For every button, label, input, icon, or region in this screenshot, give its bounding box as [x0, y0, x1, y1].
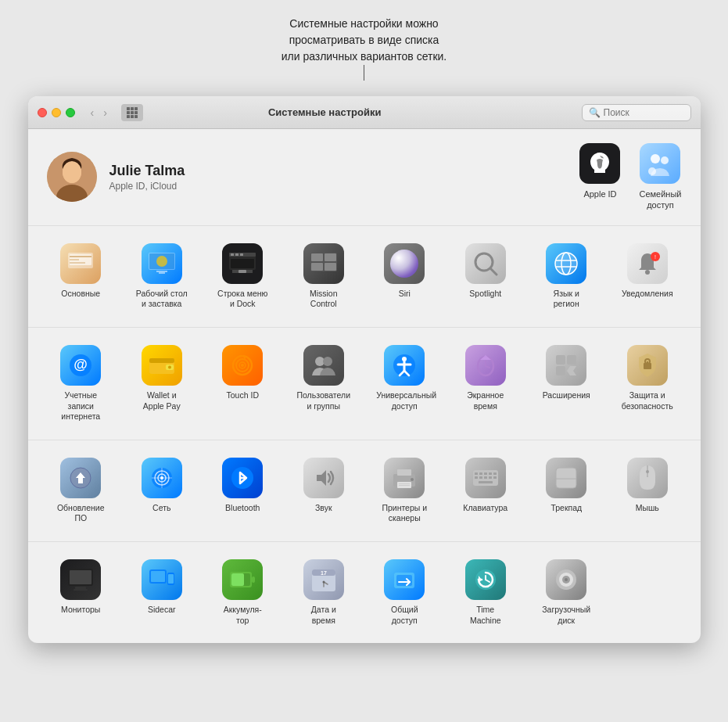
close-button[interactable]	[38, 108, 47, 117]
svg-rect-90	[475, 476, 478, 479]
tooltip-line2: просматривать в виде списка	[289, 34, 439, 46]
displays-icon	[60, 559, 101, 600]
trackpad-label: Трекпад	[550, 503, 582, 514]
battery-icon	[222, 559, 263, 600]
updates-pref[interactable]: ОбновлениеПО	[44, 453, 119, 529]
search-input[interactable]	[604, 107, 682, 118]
svg-text:17: 17	[321, 570, 327, 576]
screentime-label: Экранноевремя	[467, 390, 504, 411]
maximize-button[interactable]	[66, 108, 75, 117]
titlebar: ‹ › Системные настройки 🔍	[28, 96, 701, 129]
svg-rect-26	[311, 253, 323, 261]
language-pref[interactable]: Язык ирегион	[529, 239, 604, 314]
screentime-pref[interactable]: Экранноевремя	[448, 340, 523, 427]
startup-label: Загрузочныйдиск	[542, 605, 590, 626]
svg-point-5	[661, 156, 669, 164]
svg-rect-105	[151, 571, 165, 582]
mission-pref[interactable]: MissionControl	[286, 239, 361, 314]
language-label: Язык ирегион	[554, 289, 579, 310]
displays-label: Мониторы	[61, 605, 100, 616]
displays-pref[interactable]: Мониторы	[44, 555, 119, 630]
general-pref[interactable]: Основные	[44, 239, 119, 314]
sharing-pref[interactable]: Общийдоступ	[368, 555, 443, 630]
icon-grid-1: Основные Рабочий столи заставка	[44, 239, 685, 314]
svg-rect-15	[156, 271, 167, 272]
updates-label: ОбновлениеПО	[57, 503, 105, 524]
sidecar-label: Sidecar	[148, 605, 176, 616]
universal-label: Универсальныйдоступ	[376, 390, 432, 411]
profile-section: Julie Talma Apple ID, iCloud Apple ID	[28, 129, 701, 226]
timemachine-icon	[465, 559, 506, 600]
svg-rect-19	[231, 253, 234, 256]
wallet-label: Wallet иApple Pay	[143, 390, 181, 411]
tooltip: Системные настройки можно просматривать …	[282, 16, 446, 65]
svg-rect-79	[397, 469, 411, 476]
profile-right: Apple ID Семейныйдоступ	[579, 143, 681, 211]
svg-rect-102	[75, 587, 86, 589]
svg-rect-86	[479, 472, 482, 475]
svg-rect-24	[238, 270, 246, 273]
wallet-icon	[142, 345, 182, 386]
keyboard-pref[interactable]: Клавиатура	[448, 453, 523, 529]
datetime-icon: 17	[303, 559, 344, 600]
menubar-label: Строка менюи Dock	[217, 289, 267, 310]
svg-rect-119	[396, 575, 412, 586]
timemachine-label: TimeMachine	[470, 605, 501, 626]
svg-rect-85	[475, 472, 478, 475]
users-pref[interactable]: Пользователии группы	[286, 340, 361, 427]
spotlight-icon	[465, 243, 506, 284]
battery-label: Аккумуля-тор	[224, 605, 262, 626]
svg-point-99	[646, 470, 649, 473]
battery-pref[interactable]: Аккумуля-тор	[206, 555, 281, 630]
bluetooth-label: Bluetooth	[225, 503, 260, 514]
bluetooth-pref[interactable]: Bluetooth	[206, 453, 281, 529]
timemachine-pref[interactable]: TimeMachine	[448, 555, 523, 630]
svg-rect-93	[489, 476, 492, 479]
family-sharing-label: Семейныйдоступ	[639, 189, 681, 211]
search-box[interactable]: 🔍	[582, 104, 691, 121]
sound-icon	[303, 458, 344, 498]
notifications-label: Уведомления	[622, 289, 673, 300]
traffic-lights	[38, 108, 75, 117]
startup-icon	[546, 559, 586, 600]
extensions-pref[interactable]: Расширения	[529, 340, 604, 427]
trackpad-pref[interactable]: Трекпад	[529, 453, 604, 529]
sidecar-pref[interactable]: Sidecar	[124, 555, 199, 630]
datetime-label: Дата ивремя	[311, 605, 336, 626]
universal-pref[interactable]: Универсальныйдоступ	[368, 340, 443, 427]
svg-rect-42	[149, 358, 174, 363]
minimize-button[interactable]	[52, 108, 61, 117]
internet-accounts-pref[interactable]: @ Учетные записиинтернета	[44, 340, 119, 427]
apple-id-icon	[579, 143, 620, 184]
apple-id-button[interactable]: Apple ID	[579, 143, 620, 211]
svg-marker-77	[317, 470, 326, 486]
desktop-pref[interactable]: Рабочий столи заставка	[124, 239, 199, 314]
network-pref[interactable]: Сеть	[124, 453, 199, 529]
grid-section-4: Мониторы Sidecar	[28, 542, 701, 643]
screentime-icon	[465, 345, 506, 386]
wallet-pref[interactable]: Wallet иApple Pay	[124, 340, 199, 427]
menubar-pref[interactable]: Строка менюи Dock	[206, 239, 281, 314]
profile-sub: Apple ID, iCloud	[109, 181, 185, 192]
svg-rect-92	[484, 476, 487, 479]
datetime-pref[interactable]: 17 Дата ивремя	[286, 555, 361, 630]
touchid-pref[interactable]: Touch ID	[206, 340, 281, 427]
startup-pref[interactable]: Загрузочныйдиск	[529, 555, 604, 630]
keyboard-icon	[465, 458, 506, 498]
family-sharing-button[interactable]: Семейныйдоступ	[639, 143, 681, 211]
trackpad-icon	[546, 458, 586, 498]
mouse-pref[interactable]: Мышь	[610, 453, 685, 529]
spotlight-pref[interactable]: Spotlight	[448, 239, 523, 314]
general-label: Основные	[61, 289, 100, 300]
svg-rect-29	[325, 263, 336, 271]
users-icon	[303, 345, 344, 386]
siri-pref[interactable]: Siri	[368, 239, 443, 314]
notifications-pref[interactable]: ! Уведомления	[610, 239, 685, 314]
svg-rect-95	[479, 481, 493, 483]
printers-pref[interactable]: Принтеры исканеры	[368, 453, 443, 529]
sound-pref[interactable]: Звук	[286, 453, 361, 529]
svg-rect-28	[311, 263, 323, 271]
profile-left[interactable]: Julie Talma Apple ID, iCloud	[47, 152, 185, 202]
svg-rect-21	[240, 253, 243, 256]
security-pref[interactable]: Защита ибезопасность	[610, 340, 685, 427]
